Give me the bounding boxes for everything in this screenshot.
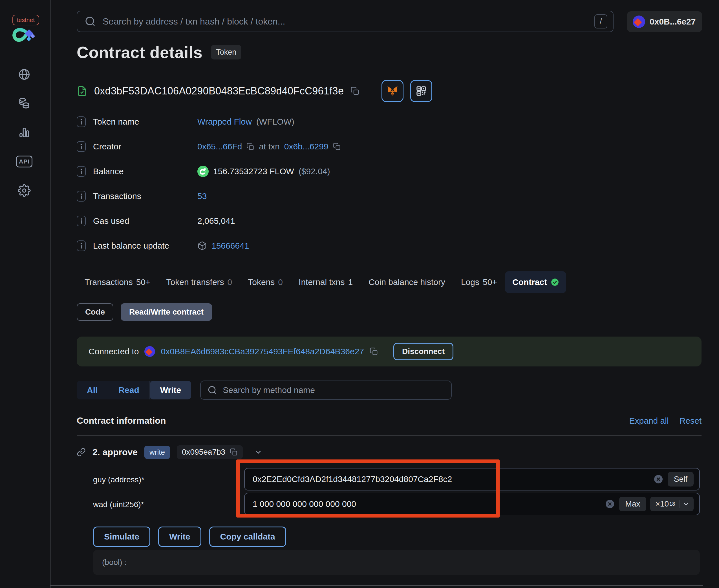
connected-avatar (144, 346, 155, 357)
balance-amount: 156.73532723 FLOW (213, 167, 294, 176)
clear-guy-icon[interactable] (654, 475, 663, 483)
info-row-last-balance-update: Last balance update 15666641 (77, 233, 697, 258)
settings-gear-icon[interactable] (17, 183, 32, 198)
info-row-token-name: Token name Wrapped Flow (WFLOW) (77, 109, 697, 134)
network-globe-icon[interactable] (17, 67, 32, 82)
filter-read[interactable]: Read (108, 381, 150, 399)
creation-txn-link[interactable]: 0x6b...6299 (284, 142, 328, 151)
copy-selector-icon[interactable] (230, 448, 238, 456)
tab-internal-txns[interactable]: Internal txns1 (291, 277, 361, 287)
flow-token-icon (198, 166, 209, 177)
testnet-badge: testnet (13, 15, 39, 25)
contract-address[interactable]: 0xd3bF53DAC106A0290B0483EcBC89d40FcC961f… (94, 85, 344, 97)
info-hint-icon[interactable] (77, 166, 86, 177)
tab-token-transfers[interactable]: Token transfers0 (159, 277, 240, 287)
search-icon (207, 385, 217, 395)
token-type-badge: Token (211, 45, 241, 60)
simulate-button[interactable]: Simulate (93, 527, 150, 547)
collapse-chevron-icon[interactable] (254, 448, 263, 456)
global-search[interactable]: / (77, 11, 614, 32)
account-avatar (633, 16, 645, 28)
connected-label: Connected to (88, 347, 139, 356)
address-tabs: Transactions50+ Token transfers0 Tokens0… (77, 268, 566, 296)
verified-contract-icon (77, 86, 87, 97)
info-row-transactions: Transactions 53 (77, 184, 697, 209)
connected-address-link[interactable]: 0x0B8EA6d6983cCBa39275493FEf648a2D64B36e… (161, 347, 364, 356)
contract-details-page: testnet (0, 0, 719, 588)
method-selector-badge: 0x095ea7b3 (177, 445, 243, 459)
page-title: Contract details (77, 43, 202, 62)
method-approve-header: 2. approve write 0x095ea7b3 (77, 444, 263, 460)
token-symbol: (WFLOW) (256, 117, 294, 127)
clear-wad-icon[interactable] (605, 500, 614, 508)
write-button[interactable]: Write (158, 527, 201, 547)
filter-all[interactable]: All (77, 381, 108, 399)
transactions-count-link[interactable]: 53 (198, 191, 207, 201)
stats-chart-icon[interactable] (17, 125, 32, 140)
gas-used-value: 2,065,041 (198, 216, 235, 226)
output-type-label: (bool) : (102, 558, 127, 567)
info-hint-icon[interactable] (77, 141, 86, 152)
reset-link[interactable]: Reset (679, 416, 701, 426)
tab-code[interactable]: Code (77, 303, 114, 321)
tab-transactions[interactable]: Transactions50+ (77, 277, 159, 287)
anchor-link-icon[interactable] (77, 448, 86, 457)
connected-banner: Connected to 0x0B8EA6d6983cCBa39275493FE… (77, 337, 701, 366)
search-input[interactable] (102, 16, 588, 27)
balance-usd: ($92.04) (299, 167, 330, 176)
tab-logs[interactable]: Logs50+ (453, 277, 505, 287)
info-hint-icon[interactable] (77, 240, 86, 251)
last-update-block-link[interactable]: 15666641 (211, 241, 249, 251)
method-name[interactable]: 2. approve (93, 447, 138, 458)
creator-address-link[interactable]: 0x65...66Fd (198, 142, 242, 151)
account-button[interactable]: 0x0B...6e27 (627, 11, 702, 32)
tokens-coins-icon[interactable] (17, 96, 32, 111)
slash-shortcut-hint: / (594, 14, 607, 28)
multiplier-dropdown[interactable]: ×1018 (650, 497, 694, 511)
contract-info-list: Token name Wrapped Flow (WFLOW) Creator … (77, 109, 697, 258)
tab-contract[interactable]: Contract (505, 271, 566, 293)
copy-address-icon[interactable] (350, 86, 360, 96)
section-divider (77, 435, 701, 436)
qr-code-button[interactable] (410, 80, 432, 102)
info-hint-icon[interactable] (77, 216, 86, 226)
write-badge: write (144, 446, 170, 459)
app-logo[interactable] (12, 27, 38, 44)
copy-calldata-button[interactable]: Copy calldata (209, 527, 286, 547)
search-icon (85, 16, 96, 27)
chevron-down-icon (682, 500, 690, 508)
method-filter-segmented: All Read Write (77, 381, 191, 399)
info-hint-icon[interactable] (77, 191, 86, 202)
self-button[interactable]: Self (668, 472, 694, 486)
copy-creator-icon[interactable] (246, 143, 254, 150)
expand-all-link[interactable]: Expand all (629, 416, 669, 426)
filter-write[interactable]: Write (150, 381, 191, 399)
token-name-link[interactable]: Wrapped Flow (198, 117, 252, 127)
contract-information-title: Contract information (77, 416, 166, 426)
copy-txn-icon[interactable] (333, 143, 341, 150)
param-guy-input[interactable] (245, 475, 654, 484)
param-wad-input[interactable] (245, 499, 605, 509)
tab-tokens[interactable]: Tokens0 (240, 277, 291, 287)
tab-coin-balance-history[interactable]: Coin balance history (361, 277, 453, 287)
tab-read-write-contract[interactable]: Read/Write contract (121, 303, 212, 321)
copy-connected-address-icon[interactable] (370, 347, 378, 356)
method-search-input[interactable] (222, 385, 444, 395)
api-icon[interactable]: API (17, 154, 32, 169)
add-to-metamask-button[interactable] (382, 80, 404, 102)
method-search[interactable] (200, 380, 452, 400)
info-hint-icon[interactable] (77, 117, 86, 127)
param-guy-label: guy (address)* (93, 475, 144, 484)
bottom-divider (50, 585, 703, 586)
sidebar: testnet (0, 0, 51, 588)
block-cube-icon (198, 241, 207, 251)
info-row-balance: Balance 156.73532723 FLOW ($92.04) (77, 159, 697, 184)
param-wad-field: Max ×1018 (244, 493, 700, 515)
max-button[interactable]: Max (619, 497, 646, 511)
param-guy-field: Self (244, 468, 700, 490)
disconnect-button[interactable]: Disconnect (393, 343, 453, 360)
account-address: 0x0B...6e27 (650, 17, 696, 26)
param-wad-label: wad (uint256)* (93, 500, 144, 509)
info-row-gas-used: Gas used 2,065,041 (77, 209, 697, 233)
method-output-box: (bool) : (93, 550, 700, 575)
